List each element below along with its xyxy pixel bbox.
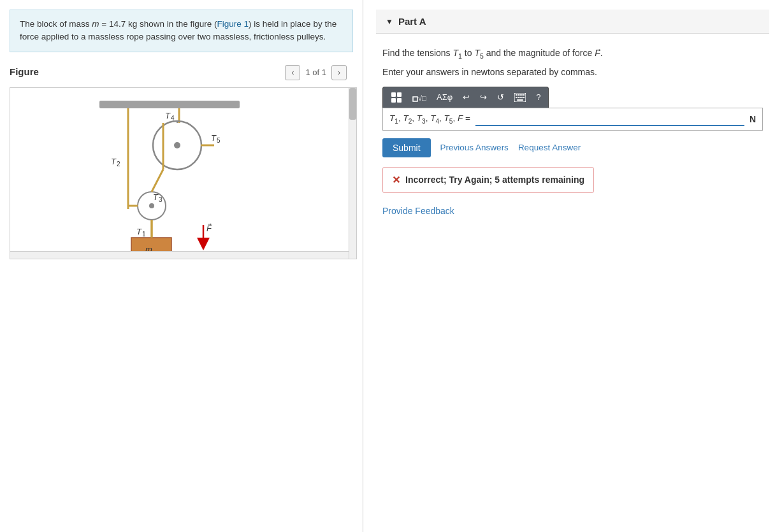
- next-figure-btn[interactable]: ›: [331, 65, 347, 80]
- svg-rect-33: [413, 97, 417, 101]
- figure-content: T 4 T 2 T 3: [10, 87, 357, 259]
- prev-figure-btn[interactable]: ‹: [285, 65, 300, 80]
- error-box: ✕ Incorrect; Try Again; 5 attempts remai…: [382, 167, 594, 193]
- svg-rect-45: [523, 97, 525, 98]
- request-answer-link[interactable]: Request Answer: [518, 143, 581, 152]
- svg-text:3: 3: [159, 196, 163, 203]
- svg-rect-37: [518, 94, 519, 96]
- svg-text:√□: √□: [418, 94, 426, 102]
- svg-point-4: [174, 142, 180, 148]
- svg-point-12: [149, 203, 154, 208]
- figure-nav: ‹ 1 of 1 ›: [285, 65, 353, 80]
- greek-btn[interactable]: ΑΣφ: [433, 90, 456, 104]
- svg-text:2: 2: [117, 161, 120, 168]
- help-label: ?: [536, 92, 540, 102]
- part-content: Find the tensions T1 to T5 and the magni…: [376, 47, 769, 216]
- previous-answers-link[interactable]: Previous Answers: [440, 143, 509, 152]
- svg-rect-44: [521, 97, 523, 98]
- svg-rect-41: [516, 97, 517, 98]
- svg-text:4: 4: [171, 115, 175, 122]
- problem-statement: The block of mass m = 14.7 kg shown in t…: [10, 10, 353, 52]
- figure-section: Figure ‹ 1 of 1 ›: [10, 65, 353, 259]
- undo-btn[interactable]: ↩: [459, 90, 474, 104]
- math-toolbar: √□ ΑΣφ ↩ ↪ ↺: [382, 87, 549, 108]
- answer-label: T1, T2, T3, T4, T5, F =: [389, 113, 470, 125]
- provide-feedback-link[interactable]: Provide Feedback: [382, 206, 763, 216]
- right-panel: ▼ Part A Find the tensions T1 to T5 and …: [363, 0, 782, 532]
- svg-text:T: T: [153, 192, 159, 202]
- svg-rect-36: [516, 94, 517, 96]
- scrollbar-thumb: [349, 88, 356, 120]
- part-label: Part A: [398, 16, 426, 27]
- svg-rect-31: [391, 98, 396, 103]
- svg-rect-42: [518, 97, 519, 98]
- scrollbar-bottom[interactable]: [10, 251, 349, 259]
- problem-text: The block of mass m = 14.7 kg shown in t…: [20, 19, 337, 41]
- answer-unit: N: [749, 114, 756, 124]
- svg-rect-32: [397, 98, 402, 103]
- answer-input[interactable]: [475, 112, 744, 126]
- refresh-btn[interactable]: ↺: [493, 90, 508, 104]
- error-message: Incorrect; Try Again; 5 attempts remaini…: [405, 175, 584, 185]
- physics-diagram: T 4 T 2 T 3: [10, 88, 350, 252]
- part-chevron: ▼: [386, 17, 393, 26]
- svg-text:F: F: [206, 224, 212, 233]
- grid-icon-btn[interactable]: [387, 90, 406, 105]
- svg-rect-38: [519, 94, 521, 96]
- left-panel: The block of mass m = 14.7 kg shown in t…: [0, 0, 363, 532]
- svg-text:5: 5: [217, 137, 221, 144]
- svg-line-27: [152, 169, 163, 192]
- help-btn[interactable]: ?: [532, 90, 544, 104]
- answer-row: T1, T2, T3, T4, T5, F = N: [382, 108, 763, 131]
- svg-rect-29: [391, 92, 396, 97]
- svg-rect-40: [523, 94, 525, 96]
- svg-text:1: 1: [142, 231, 146, 238]
- formula-btn[interactable]: √□: [409, 90, 430, 105]
- diagram-area: T 4 T 2 T 3: [10, 88, 350, 252]
- action-row: Submit Previous Answers Request Answer: [382, 138, 763, 157]
- svg-rect-43: [519, 97, 521, 98]
- scrollbar-right[interactable]: [349, 88, 356, 259]
- svg-text:T: T: [211, 133, 217, 143]
- svg-rect-30: [397, 92, 402, 97]
- svg-text:T: T: [136, 227, 142, 236]
- svg-text:T: T: [111, 157, 117, 166]
- question-text: Find the tensions T1 to T5 and the magni…: [382, 47, 763, 62]
- figure-label: Figure: [10, 66, 39, 77]
- keyboard-btn[interactable]: [510, 91, 530, 104]
- svg-rect-0: [99, 101, 240, 108]
- svg-rect-46: [517, 99, 523, 101]
- svg-text:T: T: [165, 111, 171, 120]
- greek-label: ΑΣφ: [437, 92, 453, 102]
- error-icon: ✕: [392, 174, 400, 186]
- page-indicator: 1 of 1: [305, 68, 326, 77]
- submit-button[interactable]: Submit: [382, 138, 431, 157]
- redo-btn[interactable]: ↪: [476, 90, 491, 104]
- figure-link[interactable]: Figure 1: [217, 19, 249, 29]
- part-header: ▼ Part A: [376, 10, 769, 34]
- answer-prompt: Enter your answers in newtons separated …: [382, 67, 763, 77]
- svg-rect-39: [521, 94, 523, 96]
